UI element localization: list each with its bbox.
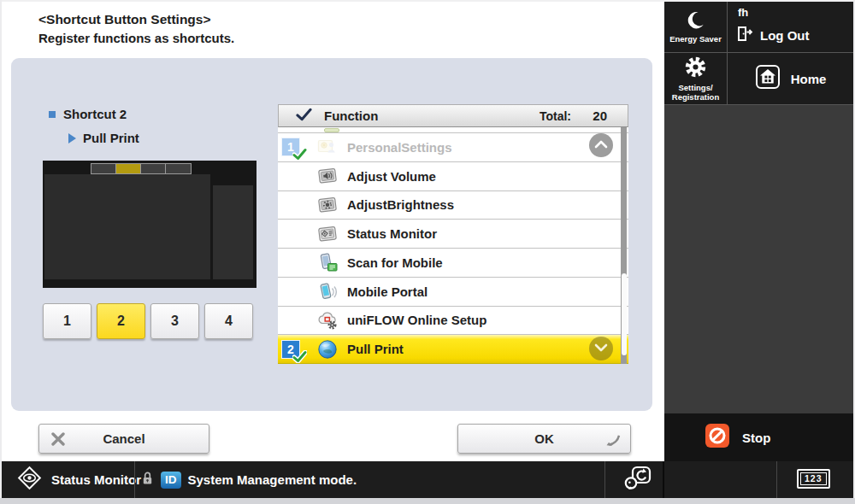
function-list-partial-row[interactable] xyxy=(278,127,628,133)
status-monitor-button[interactable]: Status Monitor xyxy=(0,461,134,498)
settings-registration-button[interactable]: Settings/Registration xyxy=(664,53,727,104)
home-icon xyxy=(755,64,781,93)
eye-diamond-icon xyxy=(15,464,44,495)
scrollbar[interactable] xyxy=(621,127,627,364)
pull-print-icon xyxy=(315,339,339,360)
log-out-label: Log Out xyxy=(760,28,809,43)
close-x-icon xyxy=(50,431,66,449)
ok-button-label: OK xyxy=(534,431,554,446)
sidebar-grid: Energy Saver fh Log Out Settings/Registr… xyxy=(664,2,853,105)
status-monitor-label: Status Monitor xyxy=(51,472,141,487)
settings-label-line2: Registration xyxy=(672,92,719,102)
status-bar: Status Monitor ID System Management mode… xyxy=(0,461,855,498)
shortcut-number-badge: 2 xyxy=(281,340,300,359)
adjust-brightness-icon xyxy=(315,195,339,215)
function-list-item-label: Scan for Mobile xyxy=(347,255,443,270)
numeric-keypad-label: 123 xyxy=(800,472,827,485)
auth-status: ID System Management mode. xyxy=(141,461,357,498)
main-area: <Shortcut Button Settings> Register func… xyxy=(0,0,664,461)
system-message: System Management mode. xyxy=(188,472,357,487)
cancel-button-label: Cancel xyxy=(103,431,144,446)
page-subtitle: Register functions as shortcuts. xyxy=(38,31,234,45)
lock-icon xyxy=(141,471,154,489)
personal-settings-icon xyxy=(315,137,339,157)
screen-edge xyxy=(0,0,2,504)
counter-check-button[interactable] xyxy=(615,461,661,498)
function-list-item-label: uniFLOW Online Setup xyxy=(347,313,486,327)
shortcut-slot-text: Shortcut 2 xyxy=(63,107,127,121)
shortcut-number-badge: 1 xyxy=(281,138,300,156)
counter-refresh-icon xyxy=(622,465,653,495)
partial-icon-fragment xyxy=(324,128,339,132)
shortcut-button-3[interactable]: 3 xyxy=(150,303,199,339)
energy-saver-label: Energy Saver xyxy=(669,35,722,44)
chevron-up-icon xyxy=(593,139,609,152)
settings-label-line1: Settings/ xyxy=(678,83,712,92)
logged-in-user: fh xyxy=(738,6,748,19)
function-list-item-label: Status Monitor xyxy=(347,226,437,241)
id-badge: ID xyxy=(161,472,181,489)
divider xyxy=(776,461,777,498)
home-button[interactable]: Home xyxy=(728,53,853,104)
divider xyxy=(604,461,605,498)
scroll-up-button[interactable] xyxy=(589,133,613,157)
screen-edge xyxy=(0,498,855,504)
total-value: 20 xyxy=(571,108,607,123)
stop-button[interactable]: Stop xyxy=(664,413,853,461)
function-list-item-label: PersonalSettings xyxy=(347,140,452,155)
page-title: <Shortcut Button Settings> xyxy=(38,12,211,27)
stop-label: Stop xyxy=(742,431,770,445)
function-list-header: Function Total: 20 xyxy=(278,104,628,127)
function-list-item[interactable]: Adjust Volume xyxy=(278,162,628,191)
function-list-item[interactable]: Mobile Portal xyxy=(278,278,628,307)
shortcut-button-4[interactable]: 4 xyxy=(204,303,253,339)
square-bullet-icon xyxy=(49,111,56,118)
function-list-item-label: Mobile Portal xyxy=(347,284,428,299)
scrollbar-thumb[interactable] xyxy=(622,273,627,355)
cancel-button[interactable]: Cancel xyxy=(38,424,209,454)
shortcut-button-group: 1234 xyxy=(43,303,253,339)
door-arrow-icon xyxy=(736,25,754,46)
preview-side-area xyxy=(213,185,253,279)
divider xyxy=(134,461,135,498)
adjust-volume-icon xyxy=(315,166,339,186)
function-list-item[interactable]: uniFLOW Online Setup xyxy=(278,307,628,336)
function-list-item[interactable]: Scan for Mobile xyxy=(278,249,628,278)
shortcut-preview xyxy=(43,161,256,288)
stop-prohibition-icon xyxy=(705,424,729,451)
function-list-rows: 1PersonalSettingsAdjust VolumeAdjustBrig… xyxy=(278,133,628,364)
shortcut-button-1[interactable]: 1 xyxy=(43,303,91,339)
function-list-item[interactable]: 1PersonalSettings xyxy=(278,133,628,162)
status-monitor-list-icon xyxy=(315,224,339,244)
function-list-item-label: Adjust Volume xyxy=(347,169,436,184)
preview-slot xyxy=(91,164,116,173)
preview-slot-active xyxy=(116,164,141,173)
preview-main-area xyxy=(44,174,210,279)
energy-saver-button[interactable]: Energy Saver xyxy=(664,2,727,52)
numeric-keypad-button[interactable]: 123 xyxy=(797,469,830,489)
log-out-button[interactable]: fh Log Out xyxy=(728,2,853,52)
function-list: Function Total: 20 1PersonalSettingsAdju… xyxy=(278,104,628,364)
assigned-function-text: Pull Print xyxy=(83,131,139,145)
preview-slot xyxy=(166,164,191,173)
function-list-item[interactable]: 2Pull Print xyxy=(278,335,628,364)
screen-edge xyxy=(0,0,855,2)
preview-slot xyxy=(141,164,166,173)
function-list-item[interactable]: AdjustBrightness xyxy=(278,191,628,220)
divider xyxy=(663,461,664,498)
function-list-item-label: Pull Print xyxy=(347,342,404,356)
total-label: Total: xyxy=(540,109,571,123)
function-list-item[interactable]: Status Monitor xyxy=(278,220,628,249)
shortcut-slot-label: Shortcut 2 xyxy=(49,107,127,121)
return-arrow-icon xyxy=(604,434,621,449)
check-icon xyxy=(296,108,312,125)
uniflow-online-setup-icon xyxy=(315,310,339,331)
chevron-down-icon xyxy=(593,343,609,355)
sidebar: Energy Saver fh Log Out Settings/Registr… xyxy=(664,0,853,461)
ok-button[interactable]: OK xyxy=(457,424,631,454)
scroll-down-button[interactable] xyxy=(589,337,613,360)
moon-icon xyxy=(686,10,705,33)
shortcut-button-2[interactable]: 2 xyxy=(97,303,145,339)
scan-for-mobile-icon xyxy=(315,252,339,273)
triangle-bullet-icon xyxy=(68,133,76,144)
